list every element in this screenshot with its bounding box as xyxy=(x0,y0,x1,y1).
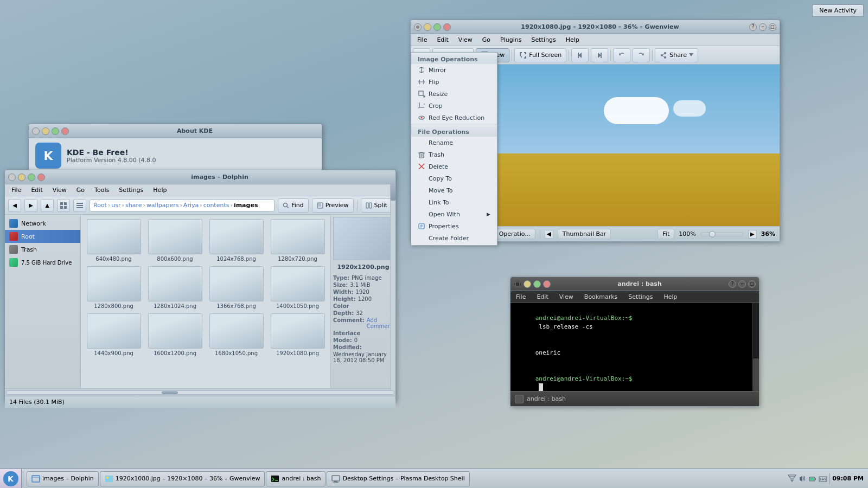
taskbar-item-desktop-settings[interactable]: Desktop Settings – Plasma Desktop Shell xyxy=(327,471,469,486)
about-close-btn[interactable] xyxy=(61,127,69,135)
ctx-red-eye[interactable]: Red Eye Reduction xyxy=(411,112,497,124)
bash-menu-view[interactable]: View xyxy=(556,292,577,301)
dolphin-back-btn[interactable]: ◀ xyxy=(8,199,21,212)
dolphin-menu-tools[interactable]: Tools xyxy=(90,185,113,195)
gwenview-shade-btn[interactable]: − xyxy=(759,23,767,31)
gwenview-menu-view[interactable]: View xyxy=(454,35,477,44)
about-min-btn[interactable] xyxy=(42,127,49,135)
sidebar-item-root[interactable]: Root xyxy=(5,230,80,243)
gwenview-menu-file[interactable]: File xyxy=(413,35,431,44)
dolphin-scrollbar-thumb[interactable] xyxy=(162,391,178,394)
dolphin-min-btn[interactable] xyxy=(18,174,25,181)
breadcrumb-contents[interactable]: contents xyxy=(203,202,229,209)
thumb-1280x720[interactable]: 1280x720.png xyxy=(269,219,326,262)
breadcrumb-usr[interactable]: usr xyxy=(111,202,120,209)
ctx-crop[interactable]: Crop xyxy=(411,100,497,112)
breadcrumb-root[interactable]: Root xyxy=(93,202,107,209)
new-activity-button[interactable]: New Activity xyxy=(812,4,864,17)
tray-network-icon[interactable] xyxy=(788,474,796,483)
bash-menu-help[interactable]: Help xyxy=(660,292,680,301)
dolphin-split-btn[interactable]: Split xyxy=(361,198,392,213)
tray-sound-icon[interactable] xyxy=(798,474,807,483)
bash-menu-edit[interactable]: Edit xyxy=(533,292,551,301)
thumb-1440x900[interactable]: 1440x900.png xyxy=(85,313,142,356)
sidebar-item-trash[interactable]: Trash xyxy=(5,243,80,256)
dolphin-list-btn[interactable] xyxy=(73,199,86,212)
ctx-flip[interactable]: Flip xyxy=(411,76,497,88)
dolphin-up-btn[interactable]: ▲ xyxy=(41,199,54,212)
breadcrumb-wallpapers[interactable]: wallpapers xyxy=(146,202,179,209)
thumb-640x480[interactable]: 640x480.png xyxy=(85,219,142,262)
breadcrumb-share[interactable]: share xyxy=(125,202,142,209)
thumb-1280x800[interactable]: 1280x800.png xyxy=(85,266,142,309)
thumb-1920x1080[interactable]: 1920x1080.png xyxy=(269,313,326,356)
about-max-btn[interactable] xyxy=(52,127,59,135)
thumb-1680x1050[interactable]: 1680x1050.png xyxy=(208,313,265,356)
dolphin-forward-btn[interactable]: ▶ xyxy=(24,199,37,212)
taskbar-start-btn[interactable]: K xyxy=(0,469,22,489)
breadcrumb-ariya[interactable]: Ariya xyxy=(183,202,199,209)
dolphin-find-btn[interactable]: Find xyxy=(278,198,309,213)
gwenview-menu-help[interactable]: Help xyxy=(561,35,584,44)
tray-battery-icon[interactable] xyxy=(808,474,817,483)
bash-help-btn[interactable]: ? xyxy=(729,280,736,288)
tray-keyboard-icon[interactable] xyxy=(819,474,827,483)
gwenview-redo-btn[interactable] xyxy=(633,48,650,62)
gwenview-restore-btn[interactable]: □ xyxy=(769,23,776,31)
taskbar-item-gwenview[interactable]: 1920x1080.jpg – 1920×1080 – 36% – Gwenvi… xyxy=(100,471,265,486)
bash-scrollbar[interactable] xyxy=(752,303,759,391)
thumb-1366x768[interactable]: 1366x768.png xyxy=(208,266,265,309)
preview-scrollbar[interactable] xyxy=(390,215,395,388)
thumb-1600x1200[interactable]: 1600x1200.png xyxy=(146,313,203,356)
ctx-open-with[interactable]: Open With ▶ xyxy=(411,208,497,220)
thumb-1400x1050[interactable]: 1400x1050.png xyxy=(269,266,326,309)
sidebar-item-network[interactable]: Network xyxy=(5,217,80,230)
dolphin-close-btn[interactable] xyxy=(37,174,45,181)
bash-min-btn[interactable] xyxy=(524,280,531,288)
bash-max-btn[interactable] xyxy=(533,280,541,288)
thumb-1024x768[interactable]: 1024x768.png xyxy=(208,219,265,262)
dolphin-menu-file[interactable]: File xyxy=(7,185,25,195)
taskbar-item-dolphin[interactable]: images – Dolphin xyxy=(27,471,99,486)
bash-menu-bookmarks[interactable]: Bookmarks xyxy=(581,292,621,301)
statusbar-left-btn[interactable]: ◀ xyxy=(545,230,553,239)
ctx-resize[interactable]: Resize xyxy=(411,88,497,100)
dolphin-icons-btn[interactable] xyxy=(57,199,70,212)
gwenview-sticky-btn[interactable] xyxy=(414,23,422,31)
ctx-properties[interactable]: Properties xyxy=(411,220,497,232)
gwenview-thumbnail-bar-btn[interactable]: Thumbnail Bar xyxy=(558,229,611,239)
ctx-move-to[interactable]: Move To xyxy=(411,184,497,196)
gwenview-next-btn[interactable] xyxy=(591,48,608,62)
dolphin-menu-help[interactable]: Help xyxy=(149,185,171,195)
dolphin-menu-view[interactable]: View xyxy=(48,185,71,195)
dolphin-preview-btn[interactable]: Preview xyxy=(312,198,354,213)
dolphin-menu-settings[interactable]: Settings xyxy=(114,185,148,195)
zoom-slider[interactable] xyxy=(700,232,744,236)
gwenview-close-btn[interactable] xyxy=(443,23,451,31)
ctx-copy-to[interactable]: Copy To xyxy=(411,172,497,184)
ctx-link-to[interactable]: Link To xyxy=(411,196,497,208)
dolphin-max-btn[interactable] xyxy=(28,174,35,181)
dolphin-menu-go[interactable]: Go xyxy=(72,185,89,195)
bash-menu-file[interactable]: File xyxy=(513,292,529,301)
gwenview-menu-go[interactable]: Go xyxy=(478,35,495,44)
gwenview-menu-plugins[interactable]: Plugins xyxy=(496,35,526,44)
bash-restore-btn[interactable]: □ xyxy=(748,280,756,288)
dolphin-scrollbar-h[interactable] xyxy=(5,388,395,396)
dolphin-scrollbar-track[interactable] xyxy=(6,390,394,395)
thumb-800x600[interactable]: 800x600.png xyxy=(146,219,203,262)
dolphin-menu-edit[interactable]: Edit xyxy=(27,185,47,195)
zoom-slider-thumb[interactable] xyxy=(709,231,716,237)
ctx-create-folder[interactable]: Create Folder xyxy=(411,232,497,244)
gwenview-undo-btn[interactable] xyxy=(613,48,630,62)
ctx-rename[interactable]: Rename xyxy=(411,137,497,149)
ctx-delete[interactable]: Delete xyxy=(411,160,497,172)
bash-close-btn[interactable] xyxy=(543,280,551,288)
bash-content[interactable]: andrei@andrei-VirtualBox:~$ lsb_release … xyxy=(510,303,759,391)
thumb-1280x1024[interactable]: 1280x1024.png xyxy=(146,266,203,309)
bash-shade-btn[interactable]: − xyxy=(738,280,746,288)
gwenview-prev-btn[interactable] xyxy=(571,48,589,62)
gwenview-help-btn[interactable]: ? xyxy=(749,23,757,31)
breadcrumb-images[interactable]: images xyxy=(234,202,258,209)
bash-scrollbar-thumb[interactable] xyxy=(753,358,759,391)
